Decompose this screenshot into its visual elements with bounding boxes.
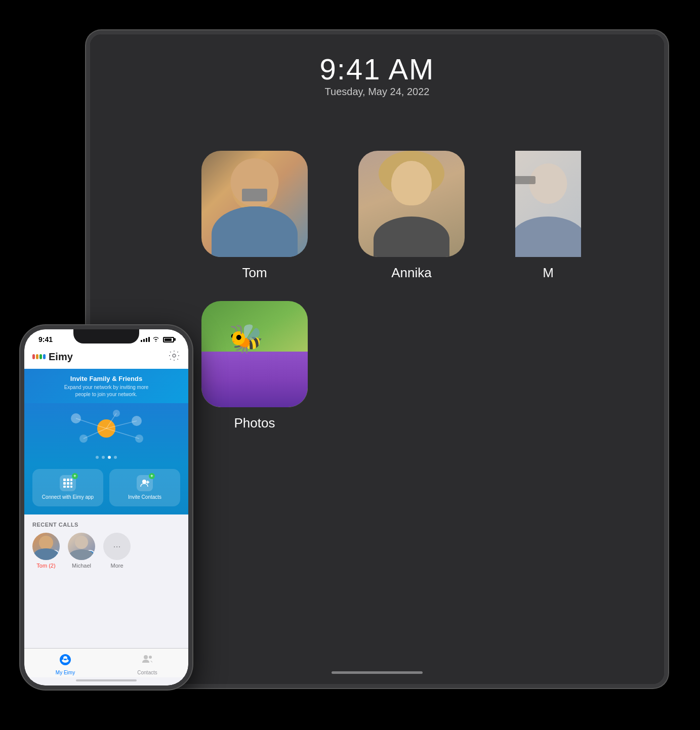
tablet-home-indicator <box>332 671 423 674</box>
tablet-avatar-photos: 🐝 <box>201 301 308 407</box>
phone-device: 9:41 <box>20 325 192 690</box>
tablet-clock: 9:41 AM <box>320 55 435 84</box>
carousel-dot-2 <box>102 456 105 459</box>
tablet-contact-name-photos: Photos <box>234 415 275 431</box>
svg-point-27 <box>149 656 152 659</box>
phone-status-icons <box>141 336 178 343</box>
svg-point-26 <box>144 655 148 659</box>
plus-badge-invite: + <box>149 473 155 479</box>
tablet-avatar-tom <box>201 151 308 257</box>
tablet-contact-annika[interactable]: Annika <box>358 151 465 281</box>
svg-point-0 <box>173 354 176 357</box>
banner-title: Invite Family & Friends <box>32 375 180 382</box>
svg-rect-19 <box>67 486 69 488</box>
recent-calls-title: RECENT CALLS <box>32 522 180 528</box>
svg-rect-14 <box>70 479 72 481</box>
my-eimy-icon <box>59 653 72 669</box>
call-avatar-michael <box>68 533 95 560</box>
tablet-contact-third[interactable]: M <box>515 151 581 281</box>
carousel-dot-1 <box>96 456 99 459</box>
svg-rect-18 <box>63 486 66 488</box>
settings-button[interactable] <box>168 350 180 364</box>
tablet-contact-name-annika: Annika <box>391 265 432 281</box>
contacts-icon <box>141 653 154 669</box>
call-name-michael: Michael <box>72 563 91 569</box>
tablet-avatar-third <box>515 151 581 257</box>
eimy-logo: Eimy <box>32 351 73 363</box>
call-avatar-more: ··· <box>103 533 131 560</box>
tablet-contact-grid: Tom Annika M <box>201 151 622 431</box>
eimy-logo-icon <box>32 354 46 359</box>
recent-calls-section: RECENT CALLS Tom ( <box>24 514 188 648</box>
phone-tab-bar: My Eimy Contacts <box>24 648 188 677</box>
svg-rect-15 <box>63 482 66 485</box>
more-dots-icon: ··· <box>113 542 120 551</box>
phone-home-bar <box>24 677 188 685</box>
carousel-dot-4 <box>114 456 117 459</box>
phone-home-indicator <box>76 679 137 681</box>
call-item-tom[interactable]: Tom (2) <box>32 533 60 569</box>
wifi-icon <box>152 336 159 343</box>
tab-contacts[interactable]: Contacts <box>106 653 188 675</box>
plus-badge-connect: + <box>72 473 78 479</box>
battery-icon <box>163 337 174 342</box>
tab-my-eimy-label: My Eimy <box>56 670 75 675</box>
tablet-contact-photos[interactable]: 🐝 Photos <box>201 301 308 431</box>
signal-icon <box>141 337 150 342</box>
tablet-contact-tom[interactable]: Tom <box>201 151 308 281</box>
connect-eimy-button[interactable]: + Connect with Eimy app <box>32 469 103 506</box>
call-name-more: More <box>110 563 123 569</box>
invite-button-label: Invite Contacts <box>128 494 161 500</box>
app-name-label: Eimy <box>49 351 73 363</box>
banner-subtitle: Expand your network by inviting morepeop… <box>32 384 180 398</box>
invite-contacts-button[interactable]: + Invite Contacts <box>109 469 180 506</box>
call-name-tom: Tom (2) <box>36 563 55 569</box>
connect-icon: + <box>60 475 76 491</box>
tablet-time-display: 9:41 AM Tuesday, May 24, 2022 <box>320 55 435 98</box>
phone-action-buttons: + Connect with Eimy app + Invite Contact… <box>24 464 188 514</box>
phone-status-bar: 9:41 <box>24 329 188 347</box>
network-visualization <box>24 403 188 464</box>
tablet-contact-name-third: M <box>543 265 554 281</box>
recent-calls-list: Tom (2) Michael <box>32 533 180 569</box>
tablet-date: Tuesday, May 24, 2022 <box>320 86 435 98</box>
call-item-more[interactable]: ··· More <box>103 533 131 569</box>
phone-banner: Invite Family & Friends Expand your netw… <box>24 369 188 403</box>
phone-screen: 9:41 <box>24 329 188 685</box>
phone-app-header: Eimy <box>24 347 188 369</box>
svg-point-21 <box>142 480 146 484</box>
svg-rect-20 <box>70 486 72 488</box>
call-avatar-tom <box>32 533 60 560</box>
carousel-dots <box>96 456 117 459</box>
svg-rect-13 <box>67 479 69 481</box>
phone-notch <box>73 329 139 343</box>
svg-rect-16 <box>67 482 69 485</box>
tablet-avatar-annika <box>358 151 465 257</box>
connect-button-label: Connect with Eimy app <box>42 494 94 500</box>
svg-rect-12 <box>63 479 66 481</box>
invite-icon: + <box>137 475 153 491</box>
tab-contacts-label: Contacts <box>137 670 157 675</box>
call-item-michael[interactable]: Michael <box>68 533 95 569</box>
network-graph-svg <box>56 403 157 454</box>
tablet-contact-name-tom: Tom <box>242 265 267 281</box>
carousel-dot-3 <box>108 456 111 459</box>
phone-time: 9:41 <box>34 335 53 343</box>
tab-my-eimy[interactable]: My Eimy <box>24 653 106 675</box>
svg-rect-17 <box>70 482 72 485</box>
